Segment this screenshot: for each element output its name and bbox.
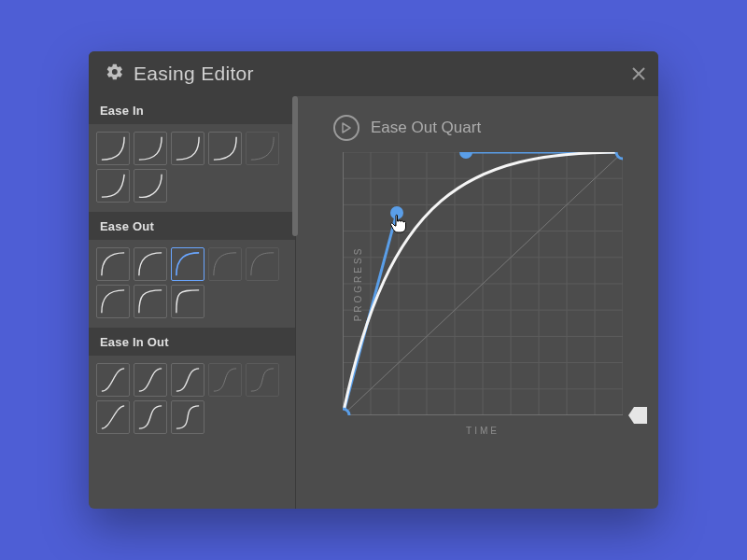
control-point-1[interactable] — [390, 206, 403, 219]
ease-out-swatch[interactable] — [96, 285, 130, 318]
curve-preview-panel: Ease Out Quart — [296, 96, 658, 509]
titlebar: Easing Editor — [89, 51, 658, 96]
ease-out-swatch[interactable] — [134, 247, 167, 281]
ease-in-out-swatch[interactable] — [96, 363, 130, 397]
easing-editor-window: Easing Editor Ease In Ease Out — [89, 51, 658, 509]
ease-in-swatch[interactable] — [208, 132, 242, 165]
y-axis-label: PROGRESS — [353, 246, 363, 322]
bezier-graph[interactable]: PROGRESS TIME — [343, 152, 623, 415]
window-title: Easing Editor — [134, 63, 628, 85]
x-axis-label: TIME — [343, 426, 623, 436]
ease-in-swatch[interactable] — [134, 169, 167, 203]
curve-name-label: Ease Out Quart — [371, 119, 481, 137]
ease-out-swatch[interactable] — [171, 285, 204, 318]
ease-out-swatch[interactable] — [246, 247, 279, 281]
anchor-start[interactable] — [343, 409, 349, 415]
ease-in-out-swatch[interactable] — [134, 400, 167, 434]
ease-out-swatch[interactable] — [208, 247, 242, 281]
anchor-end[interactable] — [616, 152, 623, 159]
ease-in-out-swatch[interactable] — [208, 363, 242, 397]
ease-in-out-swatch[interactable] — [246, 363, 279, 397]
ease-out-swatch-selected[interactable] — [171, 247, 204, 281]
ease-in-swatch[interactable] — [134, 132, 167, 165]
gear-icon — [106, 63, 124, 85]
ease-in-out-swatch[interactable] — [171, 363, 204, 397]
ease-out-swatches — [89, 240, 295, 328]
play-button[interactable] — [333, 115, 359, 141]
ease-out-swatch[interactable] — [96, 247, 130, 281]
ease-in-swatch[interactable] — [96, 132, 130, 165]
easing-sidebar: Ease In Ease Out Ease I — [89, 96, 296, 509]
section-header-ease-in: Ease In — [89, 96, 295, 124]
ease-in-swatches — [89, 124, 295, 212]
section-header-ease-in-out: Ease In Out — [89, 328, 295, 356]
play-icon — [342, 122, 351, 133]
ease-in-swatch[interactable] — [171, 132, 204, 165]
ease-in-swatch[interactable] — [246, 132, 279, 165]
section-header-ease-out: Ease Out — [89, 212, 295, 240]
ease-in-out-swatch[interactable] — [134, 363, 167, 397]
ease-in-swatch[interactable] — [96, 169, 130, 203]
close-button[interactable] — [628, 63, 649, 84]
ease-in-out-swatch[interactable] — [96, 400, 130, 434]
close-icon — [631, 66, 646, 81]
ease-in-out-swatches — [89, 356, 295, 443]
playhead-marker[interactable] — [628, 407, 647, 424]
control-point-2[interactable] — [459, 152, 472, 159]
ease-out-swatch[interactable] — [134, 285, 167, 318]
ease-in-out-swatch[interactable] — [171, 400, 204, 434]
